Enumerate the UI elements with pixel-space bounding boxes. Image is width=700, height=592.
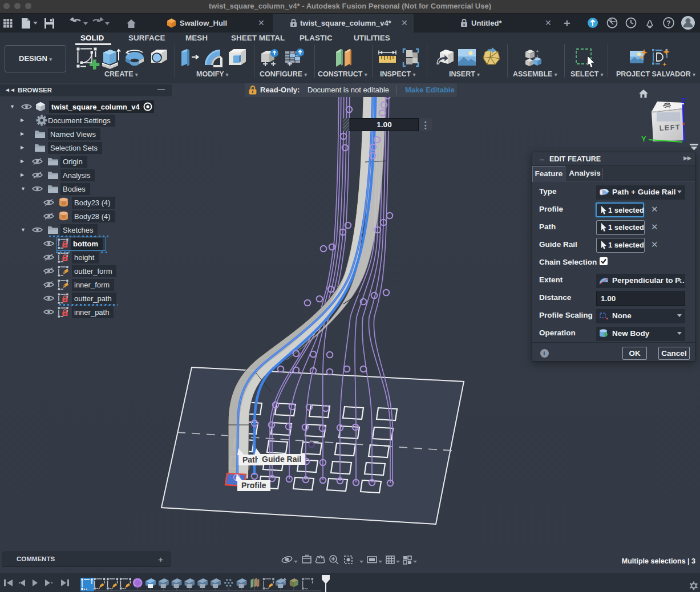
svg-text:?: ? (666, 19, 670, 27)
svg-text:LEFT: LEFT (659, 123, 681, 132)
svg-text:Z: Z (681, 96, 686, 105)
svg-text:Y: Y (641, 135, 646, 143)
